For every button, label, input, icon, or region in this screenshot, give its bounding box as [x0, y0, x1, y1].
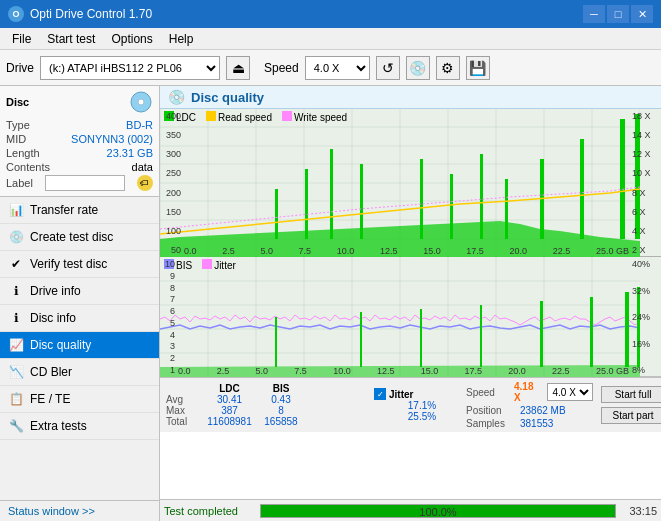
disc-icon-button[interactable]: 💿	[406, 56, 430, 80]
y-bis-8: 8	[161, 283, 175, 293]
speed-position-section: Speed 4.18 X 4.0 X Position 23862 MB Sam…	[466, 381, 593, 429]
disc-quality-icon: 📈	[8, 337, 24, 353]
disc-panel: Disc Type BD-R MID SONYNN3 (002) Length …	[0, 86, 159, 197]
stats-max-bis: 8	[261, 405, 301, 416]
disc-contents-row: Contents data	[6, 160, 153, 174]
save-button[interactable]: 💾	[466, 56, 490, 80]
y-label-18x: 18 X	[632, 111, 660, 121]
x-label-20: 20.0	[510, 246, 528, 256]
stats-avg-label: Avg	[166, 394, 198, 405]
x2-label-0: 0.0	[178, 366, 191, 376]
stats-max-jitter: 25.5%	[374, 411, 454, 422]
menu-file[interactable]: File	[4, 30, 39, 48]
x-label-12.5: 12.5	[380, 246, 398, 256]
y-right-24pct: 24%	[632, 312, 660, 322]
maximize-button[interactable]: □	[607, 5, 629, 23]
eject-button[interactable]: ⏏	[226, 56, 250, 80]
disc-length-label: Length	[6, 147, 40, 159]
y-label-14x: 14 X	[632, 130, 660, 140]
sidebar-item-drive-info[interactable]: ℹ Drive info	[0, 278, 159, 305]
x2-label-12.5: 12.5	[377, 366, 395, 376]
sidebar-item-disc-info[interactable]: ℹ Disc info	[0, 305, 159, 332]
speed-select[interactable]: 4.0 X	[305, 56, 370, 80]
progress-area: Test completed 100.0% 33:15	[160, 499, 661, 521]
jitter-checkbox[interactable]: ✓	[374, 388, 386, 400]
ldc-chart: LDC Read speed Write speed 18 X 14 X 12 …	[160, 109, 661, 257]
stats-total-bis: 165858	[261, 416, 301, 427]
disc-label-label: Label	[6, 177, 33, 189]
drive-label: Drive	[6, 61, 34, 75]
svg-rect-50	[275, 317, 277, 367]
svg-rect-53	[480, 305, 482, 367]
titlebar-controls: ─ □ ✕	[583, 5, 653, 23]
content-header-icon: 💿	[168, 89, 185, 105]
y-left-50: 50	[161, 245, 181, 255]
disc-contents-label: Contents	[6, 161, 50, 173]
progress-bar-container: 100.0%	[260, 504, 616, 518]
disc-mid-label: MID	[6, 133, 26, 145]
y-bis-3: 3	[161, 341, 175, 351]
sidebar-item-transfer-rate[interactable]: 📊 Transfer rate	[0, 197, 159, 224]
samples-value: 381553	[520, 418, 553, 429]
app-title: Opti Drive Control 1.70	[30, 7, 152, 21]
sidebar-item-verify-test-disc[interactable]: ✔ Verify test disc	[0, 251, 159, 278]
y-left-350: 350	[161, 130, 181, 140]
nav-item-label: Create test disc	[30, 230, 113, 244]
y-label-6x: 6 X	[632, 207, 660, 217]
menubar: File Start test Options Help	[0, 28, 661, 50]
sidebar-item-create-test-disc[interactable]: 💿 Create test disc	[0, 224, 159, 251]
svg-rect-24	[305, 169, 308, 239]
x-label-5: 5.0	[260, 246, 273, 256]
start-part-button[interactable]: Start part	[601, 407, 661, 424]
sidebar-item-cd-bler[interactable]: 📉 CD Bler	[0, 359, 159, 386]
refresh-button[interactable]: ↺	[376, 56, 400, 80]
x-label-10: 10.0	[337, 246, 355, 256]
y-right-16pct: 16%	[632, 339, 660, 349]
minimize-button[interactable]: ─	[583, 5, 605, 23]
disc-info-icon: ℹ	[8, 310, 24, 326]
sidebar-item-disc-quality[interactable]: 📈 Disc quality	[0, 332, 159, 359]
stats-total-label: Total	[166, 416, 198, 427]
svg-rect-55	[590, 297, 593, 367]
x2-label-7.5: 7.5	[294, 366, 307, 376]
speed-test-select[interactable]: 4.0 X	[547, 383, 593, 401]
drive-select[interactable]: (k:) ATAPI iHBS112 2 PL06	[40, 56, 220, 80]
nav-item-label: Extra tests	[30, 419, 87, 433]
x2-label-10: 10.0	[333, 366, 351, 376]
start-full-button[interactable]: Start full	[601, 386, 661, 403]
y-bis-2: 2	[161, 353, 175, 363]
x2-label-20: 20.0	[508, 366, 526, 376]
x-label-17.5: 17.5	[466, 246, 484, 256]
svg-rect-51	[360, 312, 362, 367]
menu-options[interactable]: Options	[103, 30, 160, 48]
fe-te-icon: 📋	[8, 391, 24, 407]
disc-panel-title: Disc	[6, 96, 29, 108]
menu-start-test[interactable]: Start test	[39, 30, 103, 48]
x-label-2.5: 2.5	[222, 246, 235, 256]
extra-tests-icon: 🔧	[8, 418, 24, 434]
settings-button[interactable]: ⚙	[436, 56, 460, 80]
sidebar-item-extra-tests[interactable]: 🔧 Extra tests	[0, 413, 159, 440]
content-header: 💿 Disc quality	[160, 86, 661, 109]
label-icon: 🏷	[137, 175, 153, 191]
y-bis-9: 9	[161, 271, 175, 281]
stats-row: LDC BIS Avg 30.41 0.43 Max 387 8 Total	[160, 377, 661, 432]
x-label-22.5: 22.5	[553, 246, 571, 256]
status-window-link[interactable]: Status window >>	[0, 500, 159, 521]
y-bis-7: 7	[161, 294, 175, 304]
y-label-12x: 12 X	[632, 149, 660, 159]
menu-help[interactable]: Help	[161, 30, 202, 48]
y-bis-5: 5	[161, 318, 175, 328]
sidebar-item-fe-te[interactable]: 📋 FE / TE	[0, 386, 159, 413]
start-buttons: Start full Start part	[601, 386, 661, 424]
nav-item-label: CD Bler	[30, 365, 72, 379]
disc-label-input[interactable]	[45, 175, 125, 191]
close-button[interactable]: ✕	[631, 5, 653, 23]
y-left-100: 100	[161, 226, 181, 236]
progress-status: Test completed	[164, 505, 254, 517]
y-label-4x: 4 X	[632, 226, 660, 236]
nav-item-label: FE / TE	[30, 392, 70, 406]
nav-items: 📊 Transfer rate 💿 Create test disc ✔ Ver…	[0, 197, 159, 440]
app-icon: O	[8, 6, 24, 22]
x2-label-17.5: 17.5	[465, 366, 483, 376]
